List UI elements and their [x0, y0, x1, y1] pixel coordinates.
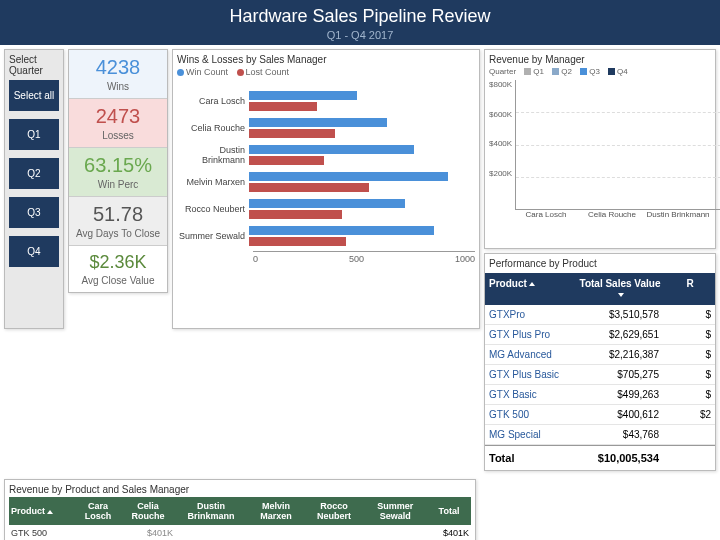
bar-row: Rocco Neubert: [177, 197, 475, 221]
kpi-label: Avg Days To Close: [71, 228, 165, 239]
bar-row: Celia Rouche: [177, 116, 475, 140]
wins-losses-chart[interactable]: Wins & Losses by Sales Manager Win Count…: [172, 49, 480, 329]
revenue-by-manager-chart[interactable]: Revenue by Manager Quarter Q1 Q2 Q3 Q4 $…: [484, 49, 716, 249]
performance-by-product[interactable]: Performance by Product Product Total Sal…: [484, 253, 716, 471]
x-label: Celia Rouche: [579, 210, 645, 219]
col-header[interactable]: Cara Losch: [75, 497, 121, 525]
revenue-by-product-manager[interactable]: Revenue by Product and Sales Manager Pro…: [4, 479, 476, 540]
ext-col: $: [665, 309, 715, 320]
quarter-button-q3[interactable]: Q3: [9, 197, 59, 228]
bar-row: Summer Sewald: [177, 224, 475, 248]
x-label: Dustin Brinkmann: [645, 210, 711, 219]
chart-title: Revenue by Product and Sales Manager: [9, 484, 471, 495]
table-total-row: Total $10,005,534: [485, 445, 715, 470]
value-cell: [175, 525, 247, 540]
category-label: Melvin Marxen: [177, 177, 249, 187]
col-header[interactable]: Rocco Neubert: [305, 497, 364, 525]
legend-dot-lost: [237, 69, 244, 76]
col-header[interactable]: Summer Sewald: [364, 497, 427, 525]
product-name: GTX Basic: [485, 389, 575, 400]
sales-value: $499,263: [575, 389, 665, 400]
kpi-value: $2.36K: [71, 252, 165, 273]
category-label: Summer Sewald: [177, 231, 249, 241]
chart-legend: Quarter Q1 Q2 Q3 Q4: [489, 67, 711, 76]
table-row[interactable]: MG Special$43,768: [485, 425, 715, 445]
quarter-filter-panel: Select Quarter Select allQ1Q2Q3Q4: [4, 49, 64, 329]
kpi-label: Win Perc: [71, 179, 165, 190]
table-header: ProductCara LoschCelia RoucheDustin Brin…: [9, 497, 471, 525]
chart-legend: Win Count Lost Count: [177, 67, 475, 77]
win-bar: [249, 118, 387, 127]
category-label: Rocco Neubert: [177, 204, 249, 214]
table-row[interactable]: GTK 500$400,612$2: [485, 405, 715, 425]
product-name: GTX Plus Basic: [485, 369, 575, 380]
sales-value: $705,275: [575, 369, 665, 380]
page-title: Hardware Sales Pipeline Review: [0, 6, 720, 27]
table-row[interactable]: MG Advanced$2,216,387$: [485, 345, 715, 365]
sort-icon[interactable]: [618, 293, 624, 297]
col-header[interactable]: Melvin Marxen: [247, 497, 304, 525]
col-header[interactable]: Celia Rouche: [121, 497, 175, 525]
col-header[interactable]: Dustin Brinkmann: [175, 497, 247, 525]
category-label: Cara Losch: [177, 96, 249, 106]
kpi-label: Wins: [71, 81, 165, 92]
table-row[interactable]: GTX Plus Pro$2,629,651$: [485, 325, 715, 345]
select-all-button[interactable]: Select all: [9, 80, 59, 111]
x-axis: 05001000: [253, 251, 475, 264]
col-header[interactable]: Total: [427, 497, 471, 525]
quarter-button-q4[interactable]: Q4: [9, 236, 59, 267]
col-header[interactable]: Product: [9, 497, 75, 525]
sort-icon[interactable]: [47, 510, 53, 514]
table-row[interactable]: GTXPro$3,510,578$: [485, 305, 715, 325]
loss-bar: [249, 156, 324, 165]
kpi-win-perc: 63.15%Win Perc: [69, 148, 167, 197]
kpi-value: 63.15%: [71, 154, 165, 177]
value-cell: $401K: [121, 525, 175, 540]
category-label: Dustin Brinkmann: [177, 145, 249, 165]
table-header: Product Total Sales Value R: [485, 273, 715, 305]
ext-col: $2: [665, 409, 715, 420]
quarter-button-q2[interactable]: Q2: [9, 158, 59, 189]
sales-value: $2,629,651: [575, 329, 665, 340]
ext-col: $: [665, 329, 715, 340]
pivot-table: ProductCara LoschCelia RoucheDustin Brin…: [9, 497, 471, 540]
y-axis: $800K$600K$400K$200K: [489, 80, 515, 210]
category-label: Celia Rouche: [177, 123, 249, 133]
bar-row: Dustin Brinkmann: [177, 143, 475, 167]
kpi-avg-days-to-close: 51.78Avg Days To Close: [69, 197, 167, 246]
kpi-value: 4238: [71, 56, 165, 79]
table-row[interactable]: GTX Plus Basic$705,275$: [485, 365, 715, 385]
page-subtitle: Q1 - Q4 2017: [0, 29, 720, 41]
ext-col: [665, 429, 715, 440]
loss-bar: [249, 129, 335, 138]
legend-dot-win: [177, 69, 184, 76]
win-bar: [249, 145, 414, 154]
win-bar: [249, 226, 434, 235]
sort-icon[interactable]: [529, 282, 535, 286]
win-bar: [249, 199, 405, 208]
win-bar: [249, 172, 448, 181]
kpi-wins: 4238Wins: [69, 50, 167, 99]
chart-title: Performance by Product: [485, 254, 715, 271]
sales-value: $400,612: [575, 409, 665, 420]
quarter-filter-title: Select Quarter: [9, 54, 59, 76]
chart-title: Wins & Losses by Sales Manager: [177, 54, 475, 65]
loss-bar: [249, 183, 369, 192]
x-axis: Cara LoschCelia RoucheDustin Brinkmann: [513, 210, 711, 219]
kpi-value: 2473: [71, 105, 165, 128]
kpi-panel: 4238Wins2473Losses63.15%Win Perc51.78Avg…: [68, 49, 168, 293]
dashboard-header: Hardware Sales Pipeline Review Q1 - Q4 2…: [0, 0, 720, 45]
bar-row: Melvin Marxen: [177, 170, 475, 194]
product-name: MG Special: [485, 429, 575, 440]
value-cell: [305, 525, 364, 540]
kpi-losses: 2473Losses: [69, 99, 167, 148]
table-row[interactable]: GTK 500$401K$401K: [9, 525, 471, 540]
total-cell: $401K: [427, 525, 471, 540]
quarter-button-q1[interactable]: Q1: [9, 119, 59, 150]
kpi-value: 51.78: [71, 203, 165, 226]
ext-col: $: [665, 369, 715, 380]
x-label: Cara Losch: [513, 210, 579, 219]
sales-value: $3,510,578: [575, 309, 665, 320]
value-cell: [247, 525, 304, 540]
table-row[interactable]: GTX Basic$499,263$: [485, 385, 715, 405]
